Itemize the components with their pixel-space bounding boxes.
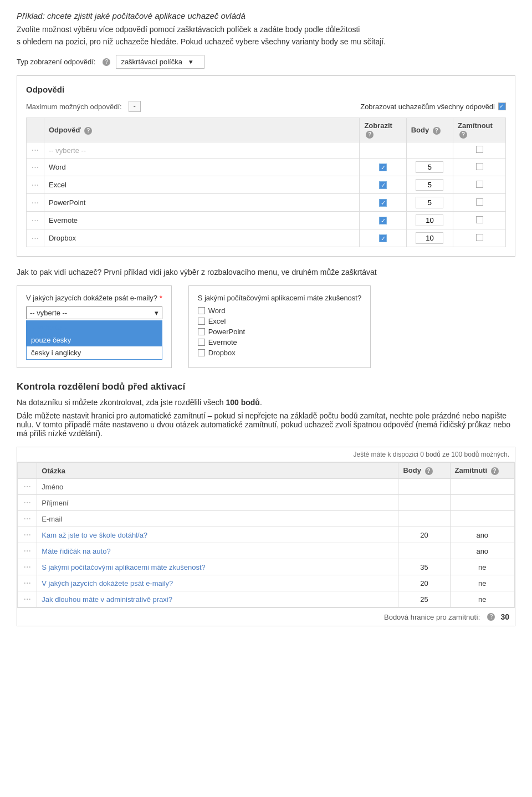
row-body[interactable] (406, 142, 453, 159)
zamitnout-checkbox-visual[interactable] (476, 181, 483, 188)
bottom-row-question[interactable]: S jakými počítačovými aplikacemi máte zk… (37, 559, 398, 575)
zobrazit-checkbox-visual[interactable]: ✓ (379, 217, 387, 224)
body-input[interactable] (416, 197, 443, 208)
dropdown-option[interactable]: -- vyberte -- (27, 321, 162, 334)
zobrazit-checkbox-visual[interactable]: ✓ (379, 234, 387, 242)
row-body[interactable] (406, 159, 453, 176)
typ-zobrazeni-help-icon[interactable]: ? (103, 58, 110, 66)
row-zamitnout[interactable] (453, 229, 506, 247)
preview-right-title: S jakými počítačovými aplikacemi máte zk… (198, 294, 362, 302)
required-star: * (160, 294, 162, 302)
zamitnout-checkbox-visual[interactable] (476, 234, 483, 241)
question-link[interactable]: V jakých jazycích dokážete psát e-maily? (42, 579, 173, 587)
preview-row: V jakých jazycích dokážete psát e-maily?… (17, 285, 515, 368)
bottom-body-help-icon[interactable]: ? (425, 467, 433, 475)
answers-title: Odpovědi (26, 85, 506, 94)
bottom-row-zamitnout: ano (450, 543, 514, 559)
zobrazit-checkbox-visual[interactable]: ✓ (379, 181, 387, 189)
preview-cb-square[interactable] (198, 328, 205, 335)
kontrola-text1-after: . (260, 398, 262, 407)
zobrazit-checkbox-visual[interactable]: ✓ (379, 164, 387, 171)
row-zamitnout[interactable] (453, 142, 506, 159)
row-zamitnout[interactable] (453, 194, 506, 212)
row-zobrazit[interactable] (360, 142, 406, 159)
question-link[interactable]: Kam až jste to ve škole dotáhl/a? (42, 531, 147, 539)
max-dash-btn[interactable]: - (129, 101, 141, 112)
col-zobrazit-header: Zobrazit ? (360, 118, 406, 142)
dropdown-option[interactable]: pouze česky (27, 334, 162, 346)
bottom-row-body: 35 (398, 559, 450, 575)
answer-row: ···Word✓ (27, 159, 506, 176)
body-input[interactable] (416, 179, 443, 191)
preview-checkbox-row: PowerPoint (198, 328, 362, 336)
zamitnout-help-icon[interactable]: ? (459, 131, 467, 139)
row-dots: ··· (27, 176, 44, 194)
dropdown-preview[interactable]: -- vyberte -- ▾ (26, 306, 162, 319)
zobrazit-checkbox-visual[interactable]: ✓ (379, 199, 387, 207)
preview-cb-label: Dropbox (208, 349, 236, 357)
row-zobrazit[interactable]: ✓ (360, 159, 406, 176)
row-body[interactable] (406, 176, 453, 194)
bottom-row-question[interactable]: Jak dlouhou máte v administrativě praxi? (37, 591, 398, 607)
chevron-down-icon: ▾ (189, 58, 193, 66)
row-zobrazit[interactable]: ✓ (360, 212, 406, 229)
bottom-row-question: E-mail (37, 511, 398, 527)
zobrazovat-checkbox[interactable] (498, 103, 506, 110)
bottom-row-body: 20 (398, 527, 450, 543)
zamitnout-checkbox-visual[interactable] (476, 198, 483, 206)
question-link[interactable]: S jakými počítačovými aplikacemi máte zk… (42, 563, 206, 571)
bottom-row-question[interactable]: Máte řidičák na auto? (37, 543, 398, 559)
preview-cb-label: PowerPoint (208, 328, 245, 336)
row-zamitnout[interactable] (453, 176, 506, 194)
zobrazit-help-icon[interactable]: ? (366, 131, 374, 139)
bottom-col-otazka-header: Otázka (37, 463, 398, 479)
row-body[interactable] (406, 229, 453, 247)
zamitnout-checkbox-visual[interactable] (476, 163, 483, 170)
bottom-table-row: ···Jak dlouhou máte v administrativě pra… (18, 591, 515, 607)
typ-zobrazeni-select[interactable]: zaškrtávací políčka ▾ (116, 55, 204, 69)
bottom-row-zamitnout: ano (450, 527, 514, 543)
bottom-row-question: Jméno (37, 479, 398, 495)
max-odpovedi-row: Maximum možných odpovědí: - Zobrazovat u… (26, 101, 506, 112)
bottom-row-zamitnout (450, 511, 514, 527)
row-answer: -- vyberte -- (44, 142, 359, 159)
row-zobrazit[interactable]: ✓ (360, 229, 406, 247)
row-body[interactable] (406, 194, 453, 212)
answer-help-icon[interactable]: ? (84, 127, 92, 135)
bottom-row-dots: ··· (18, 527, 37, 543)
zamitnout-checkbox-visual[interactable] (476, 146, 483, 153)
bottom-table-row: ···S jakými počítačovými aplikacemi máte… (18, 559, 515, 575)
row-zobrazit[interactable]: ✓ (360, 176, 406, 194)
bottom-footer: Bodová hranice pro zamítnutí: ? 30 (17, 607, 515, 626)
preview-cb-square[interactable] (198, 349, 205, 356)
row-answer: Excel (44, 176, 359, 194)
dropdown-option[interactable]: česky i anglicky (27, 346, 162, 359)
row-body[interactable] (406, 212, 453, 229)
preview-cb-square[interactable] (198, 307, 205, 314)
body-help-icon[interactable]: ? (433, 127, 441, 135)
preview-cb-square[interactable] (198, 318, 205, 325)
bottom-zamitnout-help-icon[interactable]: ? (491, 467, 499, 475)
bottom-row-zamitnout (450, 495, 514, 511)
row-zamitnout[interactable] (453, 212, 506, 229)
footer-help-icon[interactable]: ? (487, 613, 495, 621)
body-input[interactable] (416, 161, 443, 173)
bottom-row-zamitnout (450, 479, 514, 495)
zobrazovat-row: Zobrazovat uchazečům všechny odpovědi (360, 103, 506, 111)
preview-cb-square[interactable] (198, 339, 205, 346)
preview-cb-label: Excel (208, 317, 226, 325)
bottom-row-question[interactable]: Kam až jste to ve škole dotáhl/a? (37, 527, 398, 543)
body-input[interactable] (416, 214, 443, 226)
body-input[interactable] (416, 232, 443, 244)
bottom-row-body: 25 (398, 591, 450, 607)
bottom-table: Otázka Body ? Zamítnutí ? ···Jméno···Pří… (17, 462, 515, 607)
question-link[interactable]: Máte řidičák na auto? (42, 547, 110, 555)
bottom-row-question[interactable]: V jakých jazycích dokážete psát e-maily? (37, 575, 398, 591)
zamitnout-checkbox-visual[interactable] (476, 216, 483, 223)
question-link[interactable]: Jak dlouhou máte v administrativě praxi? (42, 595, 172, 604)
row-zobrazit[interactable]: ✓ (360, 194, 406, 212)
typ-zobrazeni-label: Typ zobrazení odpovědí: (17, 58, 95, 66)
row-zamitnout[interactable] (453, 159, 506, 176)
col-dots-header (27, 118, 44, 142)
dropdown-arrow-icon: ▾ (155, 309, 158, 317)
